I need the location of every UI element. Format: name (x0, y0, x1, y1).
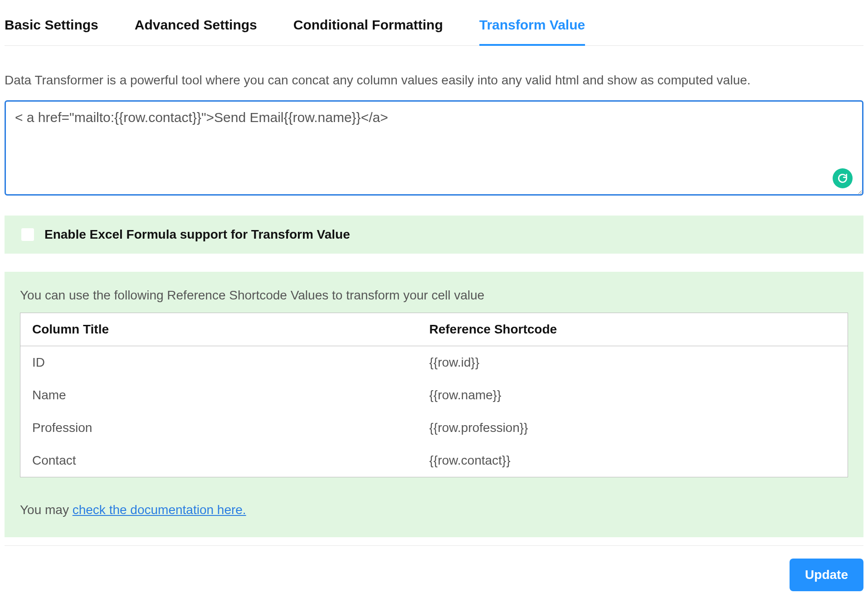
documentation-line: You may check the documentation here. (20, 503, 848, 517)
reference-row-title: Profession (20, 412, 418, 444)
table-row: Contact {{row.contact}} (20, 444, 848, 477)
tab-transform-value[interactable]: Transform Value (479, 9, 585, 45)
table-row: ID {{row.id}} (20, 346, 848, 379)
reference-header-shortcode: Reference Shortcode (418, 313, 848, 346)
transform-value-input[interactable] (5, 100, 863, 196)
documentation-link[interactable]: check the documentation here. (73, 503, 246, 517)
reference-row-shortcode: {{row.profession}} (418, 412, 848, 444)
reference-description: You can use the following Reference Shor… (20, 288, 848, 303)
transform-description: Data Transformer is a powerful tool wher… (5, 73, 863, 88)
reference-row-title: ID (20, 346, 418, 379)
reference-table: Column Title Reference Shortcode ID {{ro… (20, 313, 848, 477)
table-row: Name {{row.name}} (20, 379, 848, 412)
table-row: Profession {{row.profession}} (20, 412, 848, 444)
reference-row-shortcode: {{row.name}} (418, 379, 848, 412)
excel-formula-checkbox[interactable] (21, 228, 34, 241)
update-button[interactable]: Update (790, 559, 863, 591)
documentation-prefix: You may (20, 503, 73, 517)
reference-row-title: Name (20, 379, 418, 412)
reference-row-shortcode: {{row.id}} (418, 346, 848, 379)
excel-formula-label: Enable Excel Formula support for Transfo… (44, 227, 350, 242)
reference-row-shortcode: {{row.contact}} (418, 444, 848, 477)
tab-conditional-formatting[interactable]: Conditional Formatting (293, 9, 443, 45)
reference-row-title: Contact (20, 444, 418, 477)
tab-advanced-settings[interactable]: Advanced Settings (135, 9, 257, 45)
grammarly-icon[interactable] (833, 168, 853, 188)
excel-formula-option: Enable Excel Formula support for Transfo… (5, 216, 863, 254)
footer: Update (5, 545, 863, 591)
reference-panel: You can use the following Reference Shor… (5, 272, 863, 537)
reference-header-column-title: Column Title (20, 313, 418, 346)
tabs-nav: Basic Settings Advanced Settings Conditi… (5, 9, 863, 46)
tab-basic-settings[interactable]: Basic Settings (5, 9, 98, 45)
